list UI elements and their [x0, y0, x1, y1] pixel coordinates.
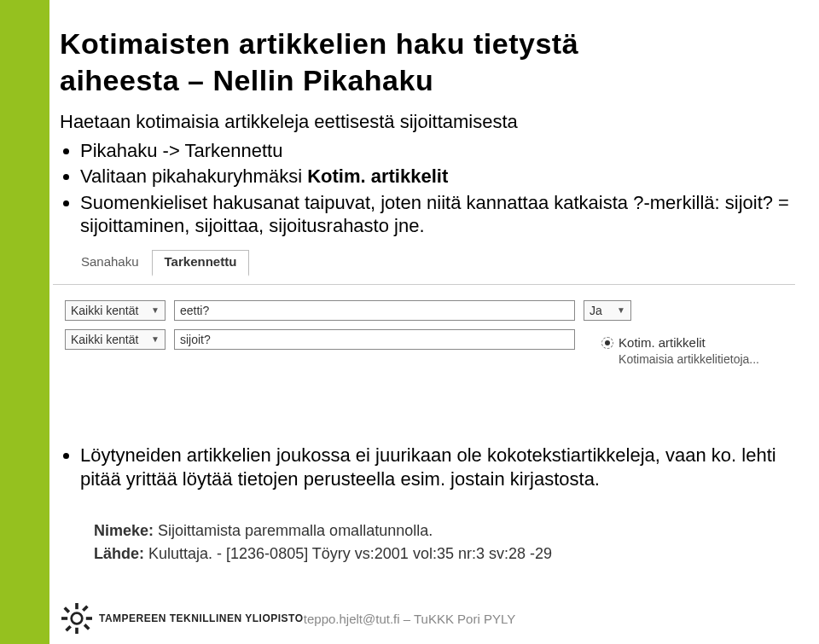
svg-point-0 — [72, 613, 83, 624]
svg-rect-3 — [61, 617, 67, 620]
footer: TAMPEREEN TEKNILLINEN YLIOPISTO teppo.hj… — [0, 593, 819, 644]
chevron-down-icon: ▼ — [149, 305, 161, 316]
tab-bar: Sanahaku Tarkennettu — [68, 250, 795, 277]
bullet-ryhma-text: Valitaan pikahakuryhmäksi Kotim. artikke… — [80, 165, 448, 187]
search-input-2-value: sijoit? — [180, 333, 211, 348]
title-line-1: Kotimaisten artikkelien haku tietystä — [60, 27, 578, 60]
operator-select[interactable]: Ja ▼ — [584, 300, 631, 321]
radio-inner-dot — [605, 340, 610, 345]
svg-rect-4 — [86, 617, 92, 620]
tab-sanahaku[interactable]: Sanahaku — [68, 250, 152, 277]
svg-rect-2 — [75, 628, 78, 634]
chevron-down-icon: ▼ — [615, 305, 627, 316]
svg-rect-7 — [82, 605, 89, 612]
radio-group-selection: Kotim. artikkelit Kotimaisia artikkeliti… — [601, 334, 759, 367]
lahde-label: Lähde: — [94, 545, 144, 562]
university-name: TAMPEREEN TEKNILLINEN YLIOPISTO — [99, 612, 304, 624]
bottom-bullet-list: Löytyneiden artikkelien joukossa ei juur… — [80, 444, 793, 490]
radio-sublabel: Kotimaisia artikkelitietoja... — [619, 351, 759, 367]
svg-rect-6 — [84, 624, 90, 630]
page-title: Kotimaisten artikkelien haku tietystä ai… — [60, 26, 793, 98]
field-select-2-label: Kaikki kentät — [71, 333, 138, 348]
slide-content: Kotimaisten artikkelien haku tietystä ai… — [60, 26, 793, 566]
bullet-ryhma: Valitaan pikahakuryhmäksi Kotim. artikke… — [80, 165, 793, 189]
gear-icon — [61, 603, 92, 634]
result-lahde: Lähde: Kuluttaja. - [1236-0805] Töyry vs… — [94, 542, 793, 566]
tab-tarkennettu[interactable]: Tarkennettu — [152, 250, 250, 277]
university-logo: TAMPEREEN TEKNILLINEN YLIOPISTO — [61, 603, 304, 634]
radio-label: Kotim. artikkelit — [619, 334, 706, 351]
search-input-2[interactable]: sijoit? — [174, 329, 575, 350]
intro-text: Haetaan kotimaisia artikkeleja eettisest… — [60, 110, 793, 134]
nimeke-value: Sijoittamista paremmalla omallatunnolla. — [158, 522, 433, 539]
top-bullet-list: Pikahaku -> Tarkennettu Valitaan pikahak… — [80, 139, 793, 238]
nimeke-label: Nimeke: — [94, 522, 154, 539]
search-input-1-value: eetti? — [180, 304, 209, 319]
svg-rect-5 — [63, 606, 70, 613]
result-block: Nimeke: Sijoittamista paremmalla omallat… — [94, 519, 793, 566]
radio-icon — [601, 337, 613, 349]
bullet-pikahaku: Pikahaku -> Tarkennettu — [80, 139, 793, 163]
accent-stripe — [0, 0, 49, 644]
lahde-value: Kuluttaja. - [1236-0805] Töyry vs:2001 v… — [148, 545, 552, 562]
field-select-1-label: Kaikki kentät — [71, 304, 138, 319]
radio-option-kotim[interactable]: Kotim. artikkelit — [601, 334, 759, 351]
search-input-1[interactable]: eetti? — [174, 300, 575, 321]
svg-rect-1 — [75, 603, 78, 609]
title-line-2: aiheesta – Nellin Pikahaku — [60, 64, 433, 96]
result-nimeke: Nimeke: Sijoittamista paremmalla omallat… — [94, 519, 793, 542]
tab-divider — [53, 284, 795, 285]
field-select-1[interactable]: Kaikki kentät ▼ — [65, 300, 166, 321]
bullet-hakusanat: Suomenkieliset hakusanat taipuvat, joten… — [80, 191, 793, 238]
svg-rect-8 — [65, 625, 72, 632]
bullet-loytyneet: Löytyneiden artikkelien joukossa ei juur… — [80, 444, 793, 490]
search-row-1: Kaikki kentät ▼ eetti? Ja ▼ — [65, 300, 783, 321]
operator-label: Ja — [590, 304, 602, 319]
field-select-2[interactable]: Kaikki kentät ▼ — [65, 329, 166, 350]
chevron-down-icon: ▼ — [149, 334, 161, 345]
